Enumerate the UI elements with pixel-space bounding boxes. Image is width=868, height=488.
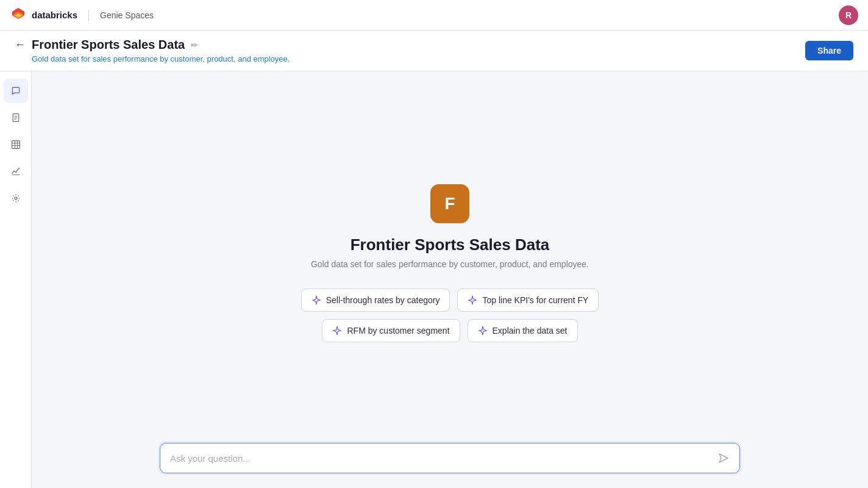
sparkle-icon-3 xyxy=(332,326,342,336)
content-area: F Frontier Sports Sales Data Gold data s… xyxy=(32,71,868,488)
suggestion-chips: Sell-through rates by category Top line … xyxy=(301,289,599,342)
settings-icon xyxy=(11,193,21,203)
suggestion-chip-explain[interactable]: Explain the data set xyxy=(468,319,578,342)
chip-label-rfm: RFM by customer segment xyxy=(347,326,449,336)
page-subtitle: Gold data set for sales performance by c… xyxy=(32,54,290,63)
space-title: Frontier Sports Sales Data xyxy=(350,235,550,254)
sparkle-icon-4 xyxy=(478,326,488,336)
space-avatar: F xyxy=(430,184,469,223)
center-card: F Frontier Sports Sales Data Gold data s… xyxy=(32,71,868,443)
chip-label-explain: Explain the data set xyxy=(493,326,567,336)
chat-icon xyxy=(11,86,21,96)
chip-label-top-line-kpi: Top line KPI's for current FY xyxy=(482,295,588,305)
page-title: Frontier Sports Sales Data xyxy=(32,38,185,52)
sidebar-item-document[interactable] xyxy=(4,106,28,130)
databricks-logo-icon xyxy=(10,7,27,24)
chips-row-2: RFM by customer segment Explain the data… xyxy=(322,319,577,342)
bottom-input-area xyxy=(145,443,755,488)
sub-header: ← Frontier Sports Sales Data ✏ Gold data… xyxy=(0,30,868,71)
question-input[interactable] xyxy=(170,453,713,464)
sidebar xyxy=(0,71,32,488)
space-description: Gold data set for sales performance by c… xyxy=(311,259,589,269)
send-button[interactable] xyxy=(717,452,730,464)
logo-area: databricks xyxy=(10,7,77,24)
back-button[interactable]: ← xyxy=(15,38,26,51)
chart-icon xyxy=(11,167,21,176)
sidebar-item-chart[interactable] xyxy=(4,159,28,184)
app-logo-text: databricks xyxy=(32,10,77,20)
sparkle-icon-1 xyxy=(311,295,321,305)
top-bar-left: databricks Genie Spaces xyxy=(10,7,154,24)
suggestion-chip-sell-through[interactable]: Sell-through rates by category xyxy=(301,289,450,312)
chips-row-1: Sell-through rates by category Top line … xyxy=(301,289,599,312)
sidebar-item-settings[interactable] xyxy=(4,186,28,210)
sparkle-icon-2 xyxy=(468,295,477,305)
user-avatar[interactable]: R xyxy=(839,5,858,25)
svg-point-13 xyxy=(15,197,17,199)
suggestion-chip-rfm[interactable]: RFM by customer segment xyxy=(322,319,460,342)
svg-rect-7 xyxy=(12,141,20,149)
title-row: ← Frontier Sports Sales Data ✏ xyxy=(15,38,290,52)
edit-icon[interactable]: ✏ xyxy=(191,40,198,50)
table-icon xyxy=(11,140,21,149)
space-avatar-initial: F xyxy=(444,194,455,214)
main-area: F Frontier Sports Sales Data Gold data s… xyxy=(0,71,868,488)
nav-label: Genie Spaces xyxy=(100,10,154,20)
sub-header-left: ← Frontier Sports Sales Data ✏ Gold data… xyxy=(15,38,290,63)
input-wrapper xyxy=(160,443,740,473)
suggestion-chip-top-line-kpi[interactable]: Top line KPI's for current FY xyxy=(457,289,599,312)
sidebar-item-chat[interactable] xyxy=(4,79,28,103)
nav-divider xyxy=(88,10,89,21)
sidebar-item-table[interactable] xyxy=(4,132,28,157)
chip-label-sell-through: Sell-through rates by category xyxy=(326,295,440,305)
document-icon xyxy=(11,113,21,123)
top-bar: databricks Genie Spaces R xyxy=(0,0,868,30)
send-icon xyxy=(717,452,730,464)
share-button[interactable]: Share xyxy=(805,41,853,60)
